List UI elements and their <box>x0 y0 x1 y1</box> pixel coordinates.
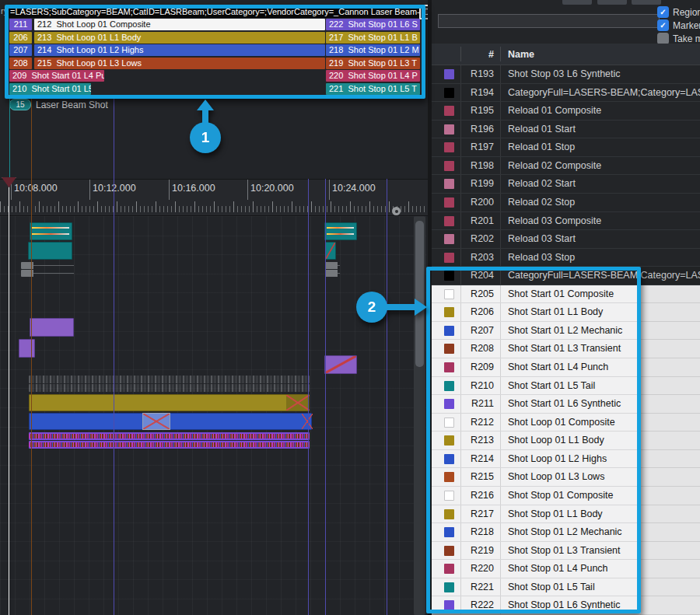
region-color-swatch[interactable] <box>444 161 454 171</box>
playhead-line[interactable] <box>9 180 9 615</box>
toolbar-button[interactable] <box>632 0 661 5</box>
region-color-swatch[interactable] <box>444 253 454 263</box>
purple-clip[interactable] <box>19 339 35 358</box>
table-row[interactable]: R197Reload 01 Stop <box>432 138 700 157</box>
region-bar[interactable]: 221 Shot Stop 01 L5 T <box>326 83 420 95</box>
table-row[interactable]: R214Shot Loop 01 L2 Highs <box>432 450 700 469</box>
region-color-swatch[interactable] <box>444 454 454 464</box>
region-bar[interactable]: 213 Shot Loop 01 L1 Body <box>34 32 325 44</box>
table-row[interactable]: R196Reload 01 Start <box>432 121 700 139</box>
region-bar[interactable]: 222 Shot Stop 01 L6 S <box>326 19 420 30</box>
crossfade[interactable] <box>143 414 170 429</box>
region-bar[interactable]: 212 Shot Loop 01 Composite <box>34 19 325 30</box>
table-row[interactable]: R216Shot Stop 01 Composite <box>432 487 700 505</box>
region-bar[interactable]: 208 <box>9 58 32 69</box>
crossfade[interactable] <box>302 414 313 429</box>
grey-item-clip[interactable] <box>21 270 74 277</box>
table-row[interactable]: R202Reload 03 Start <box>432 230 700 249</box>
table-row[interactable]: R205Shot Start 01 Composite <box>432 285 700 304</box>
region-color-swatch[interactable] <box>444 546 454 556</box>
purple-clip[interactable] <box>324 355 357 374</box>
column-header-name[interactable]: Name <box>508 44 534 65</box>
table-row[interactable]: R203Reload 03 Stop <box>432 249 700 267</box>
table-row[interactable]: R215Shot Loop 01 L3 Lows <box>432 468 700 487</box>
region-color-swatch[interactable] <box>444 582 454 592</box>
region-bar[interactable]: 207 <box>9 44 32 56</box>
table-row[interactable]: R219Shot Stop 01 L3 Transient <box>432 542 700 561</box>
table-row[interactable]: R193Shot Stop 03 L6 Synthetic <box>432 65 700 84</box>
speckle-clip[interactable] <box>29 441 310 449</box>
teal-clip[interactable] <box>28 242 72 260</box>
grey-strip-clip[interactable] <box>29 376 310 383</box>
region-color-swatch[interactable] <box>444 142 454 152</box>
checkbox-checked-icon[interactable]: ✓ <box>657 6 669 18</box>
crossfade[interactable] <box>286 395 310 411</box>
region-bar[interactable]: 211 <box>9 19 32 30</box>
table-header[interactable]: # Name <box>432 44 700 65</box>
table-row[interactable]: R218Shot Stop 01 L2 Mechanic <box>432 523 700 542</box>
purple-clip[interactable] <box>30 318 74 337</box>
table-row[interactable]: R221Shot Stop 01 L5 Tail <box>432 578 700 597</box>
region-color-swatch[interactable] <box>444 326 454 336</box>
table-row[interactable]: R200Reload 02 Stop <box>432 194 700 212</box>
table-row[interactable]: R210Shot Start 01 L5 Tail <box>432 377 700 396</box>
filter-input[interactable] <box>438 14 660 28</box>
region-color-swatch[interactable] <box>444 124 454 135</box>
table-row[interactable]: R198Reload 02 Composite <box>432 157 700 176</box>
region-color-swatch[interactable] <box>444 289 454 299</box>
table-row[interactable]: R199Reload 02 Start <box>432 175 700 194</box>
region-color-swatch[interactable] <box>444 435 454 446</box>
table-row[interactable]: R209Shot Start 01 L4 Punch <box>432 358 700 377</box>
region-bar[interactable]: 210 Shot Start 01 L5 Tail <box>9 83 91 95</box>
table-row[interactable]: R213Shot Loop 01 L1 Body <box>432 432 700 450</box>
table-row[interactable]: R220Shot Stop 01 L4 Punch <box>432 560 700 578</box>
table-row[interactable]: R206Shot Start 01 L1 Body <box>432 303 700 322</box>
speckle-clip[interactable] <box>29 432 310 440</box>
region-bar[interactable]: 206 <box>9 32 32 44</box>
teal-clip[interactable] <box>325 242 336 260</box>
table-row[interactable]: R195Reload 01 Composite <box>432 102 700 121</box>
region-color-swatch[interactable] <box>444 307 454 317</box>
teal-clip[interactable] <box>30 222 72 240</box>
table-row[interactable]: R217Shot Stop 01 L1 Body <box>432 505 700 524</box>
region-color-swatch[interactable] <box>444 491 454 501</box>
region-color-swatch[interactable] <box>444 179 454 189</box>
region-color-swatch[interactable] <box>444 344 454 354</box>
table-row[interactable]: R211Shot Start 01 L6 Synthetic <box>432 395 700 414</box>
grey-item-clip[interactable] <box>325 262 340 269</box>
region-color-swatch[interactable] <box>444 418 454 428</box>
column-header-number[interactable]: # <box>460 44 494 65</box>
region-color-swatch[interactable] <box>444 362 454 372</box>
region-bar[interactable]: 209 Shot Start 01 L4 Punch <box>9 70 104 82</box>
region-color-swatch[interactable] <box>444 600 454 610</box>
region-bar[interactable]: 217 Shot Stop 01 L1 B <box>326 32 420 44</box>
grey-strip-clip[interactable] <box>29 384 310 392</box>
region-color-swatch[interactable] <box>444 197 454 208</box>
table-row[interactable]: R194CategoryFull=LASERS-BEAM;Category=LA… <box>432 84 700 103</box>
teal-clip[interactable] <box>324 222 357 240</box>
arrange-scrollbar-thumb[interactable] <box>415 221 424 367</box>
checkbox-checked-icon[interactable]: ✓ <box>657 19 669 31</box>
region-color-swatch[interactable] <box>444 271 454 281</box>
timeline-ruler[interactable]: 10:08.00010:12.00010:16.00010:20.00010:2… <box>0 179 428 216</box>
region-color-swatch[interactable] <box>444 399 454 409</box>
region-bar[interactable]: 220 Shot Stop 01 L4 P <box>326 70 420 82</box>
region-bar[interactable]: 214 Shot Loop 01 L2 Highs <box>34 44 325 56</box>
region-color-swatch[interactable] <box>444 381 454 391</box>
region-color-swatch[interactable] <box>444 564 454 574</box>
table-row[interactable]: R207Shot Start 01 L2 Mechanic <box>432 322 700 341</box>
region-bar[interactable]: 218 Shot Stop 01 L2 M <box>326 44 420 56</box>
region-color-swatch[interactable] <box>444 69 454 79</box>
table-row[interactable]: R222Shot Stop 01 L6 Synthetic <box>432 596 700 615</box>
region-bar[interactable]: 215 Shot Loop 01 L3 Lows <box>34 58 325 69</box>
grey-item-clip[interactable] <box>21 262 74 269</box>
blue-clip[interactable] <box>29 413 312 430</box>
checkbox-unchecked-icon[interactable] <box>657 33 669 44</box>
olive-clip[interactable] <box>29 394 310 411</box>
region-color-swatch[interactable] <box>444 234 454 244</box>
region-color-swatch[interactable] <box>444 527 454 537</box>
region-color-swatch[interactable] <box>444 472 454 482</box>
toolbar-button[interactable] <box>562 0 592 5</box>
region-color-swatch[interactable] <box>444 216 454 226</box>
track-label[interactable]: 15 Laser Beam Shot <box>9 99 108 110</box>
